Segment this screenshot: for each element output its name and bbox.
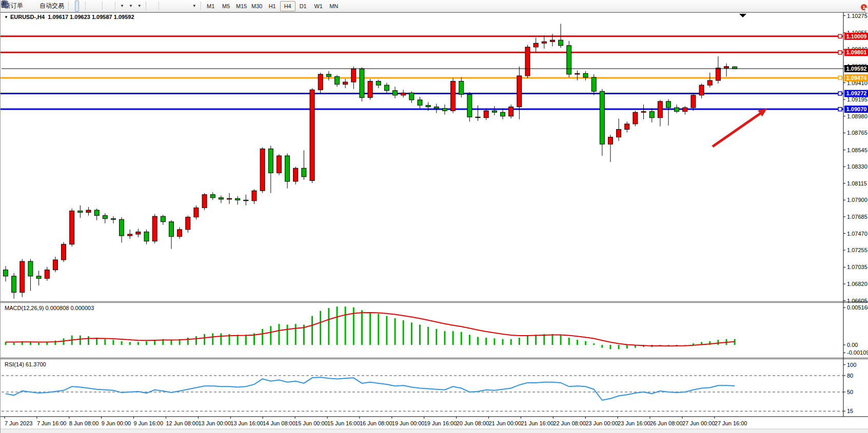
svg-text:100: 100 — [847, 362, 856, 368]
trendline-tool-button[interactable] — [169, 1, 173, 12]
rsi-name: RSI(14) — [5, 361, 24, 367]
svg-text:19 Jun 00:00: 19 Jun 00:00 — [392, 420, 425, 426]
svg-text:21 Jun 00:00: 21 Jun 00:00 — [489, 420, 522, 426]
bar-chart-mode-button[interactable] — [71, 1, 75, 12]
fibonacci-tool-button[interactable]: F — [177, 1, 182, 12]
chevron-down-icon: ▼ — [120, 4, 124, 8]
vertical-line-tool-button[interactable] — [161, 1, 165, 12]
rsi-indicator-label: RSI(14) 61.3700 — [5, 361, 46, 367]
terminal-window: 新订单 自动交易 — [0, 0, 868, 433]
svg-text:26 Jun 08:00: 26 Jun 08:00 — [650, 420, 683, 426]
signal-button[interactable] — [33, 1, 37, 12]
timeframe-button-W1[interactable]: W1 — [311, 1, 326, 11]
svg-text:15: 15 — [847, 408, 853, 414]
macd-signal-value: 0.000003 — [70, 305, 94, 311]
crosshair-tool-button[interactable] — [152, 1, 156, 12]
toolbar-separator — [146, 2, 146, 10]
svg-text:16 Jun 08:00: 16 Jun 08:00 — [360, 420, 392, 426]
svg-text:1.09070: 1.09070 — [846, 106, 867, 112]
chevron-down-icon: ▼ — [129, 4, 133, 8]
chart-window-button[interactable] — [29, 1, 33, 12]
svg-text:1.07255: 1.07255 — [847, 247, 867, 253]
timeframe-button-M5[interactable]: M5 — [219, 1, 234, 11]
ohlc-low: 1.09587 — [92, 14, 112, 20]
text-label-tool-button[interactable]: T — [186, 1, 190, 12]
timeframe-button-M1[interactable]: M1 — [203, 1, 219, 11]
svg-text:1.08980: 1.08980 — [847, 113, 867, 119]
horizontal-line-tool-button[interactable] — [165, 1, 169, 12]
timeframe-group: M1M5M15M30H1H4D1W1MN — [203, 1, 342, 11]
svg-text:0.00: 0.00 — [847, 342, 858, 348]
svg-text:13 Jun 16:00: 13 Jun 16:00 — [230, 420, 263, 426]
candlestick-mode-button[interactable] — [75, 1, 79, 12]
zoom-out-button[interactable] — [92, 1, 96, 12]
svg-text:15 Jun 16:00: 15 Jun 16:00 — [327, 420, 360, 426]
timeframe-button-D1[interactable]: D1 — [295, 1, 311, 11]
toolbar-separator — [159, 2, 159, 10]
svg-text:1.08330: 1.08330 — [847, 163, 867, 170]
dropdown-triangle-icon: ▼ — [4, 15, 8, 19]
arrows-tool-button[interactable]: ▼ — [190, 1, 199, 12]
timeframe-button-MN[interactable]: MN — [326, 1, 342, 11]
svg-text:27 Jun 00:00: 27 Jun 00:00 — [682, 420, 715, 426]
svg-text:1.09592: 1.09592 — [846, 66, 867, 72]
chart-title: ▼EURUSD-,H4 1.09617 1.09623 1.09587 1.09… — [4, 14, 134, 20]
text-tool-button[interactable]: A — [182, 1, 186, 12]
search-icon[interactable] — [1, 0, 9, 9]
tile-windows-button[interactable] — [96, 1, 100, 12]
chart-canvas[interactable]: 1.102751.100551.098401.096251.094101.091… — [1, 0, 868, 433]
svg-text:9 Jun 16:00: 9 Jun 16:00 — [134, 420, 164, 426]
chevron-down-icon: ▼ — [192, 4, 196, 8]
indicators-button[interactable]: ▼ — [117, 1, 126, 12]
channel-tool-button[interactable]: E — [173, 1, 177, 12]
cursor-tool-button[interactable] — [148, 1, 152, 12]
macd-main-value: 0.000808 — [45, 305, 69, 311]
toolbar-separator — [115, 2, 115, 10]
svg-text:19 Jun 16:00: 19 Jun 16:00 — [424, 420, 457, 426]
svg-text:1.07900: 1.07900 — [847, 197, 867, 203]
gold-bar-button[interactable] — [25, 1, 29, 12]
svg-text:23 Jun 00:00: 23 Jun 00:00 — [585, 420, 618, 426]
ohlc-close: 1.09592 — [114, 14, 134, 20]
svg-text:15 Jun 00:00: 15 Jun 00:00 — [295, 420, 328, 426]
svg-text:1.06605: 1.06605 — [847, 298, 867, 304]
svg-text:1.07035: 1.07035 — [847, 264, 867, 270]
svg-text:-0.001095: -0.001095 — [847, 349, 868, 356]
toolbar-separator — [201, 2, 201, 10]
chevron-down-icon: ▼ — [137, 4, 142, 8]
toolbar-separator — [68, 2, 69, 10]
macd-name: MACD(12,26,9) — [5, 305, 44, 311]
svg-text:7 Jun 16:00: 7 Jun 16:00 — [37, 420, 66, 426]
svg-text:1.08545: 1.08545 — [847, 147, 867, 153]
auto-scroll-button[interactable] — [105, 1, 109, 12]
timeframe-button-H1[interactable]: H1 — [265, 1, 280, 11]
svg-text:1.08115: 1.08115 — [847, 180, 867, 187]
toolbar-separator — [85, 2, 86, 10]
chat-bubble-icon — [864, 6, 868, 15]
periods-button[interactable]: ▼ — [126, 1, 135, 12]
svg-text:1.07685: 1.07685 — [847, 214, 867, 220]
svg-text:50: 50 — [847, 389, 853, 395]
current-price-badge: 1.09592 — [844, 65, 868, 72]
svg-text:20 Jun 08:00: 20 Jun 08:00 — [457, 420, 489, 426]
svg-text:1.08765: 1.08765 — [847, 130, 867, 136]
templates-button[interactable]: ▼ — [135, 1, 144, 12]
svg-text:1.06820: 1.06820 — [847, 281, 867, 287]
svg-text:23 Jun 16:00: 23 Jun 16:00 — [618, 420, 650, 426]
svg-text:22 Jun 08:00: 22 Jun 08:00 — [553, 420, 586, 426]
svg-text:1.09801: 1.09801 — [846, 49, 867, 55]
symbol-period: EURUSD-,H4 — [10, 14, 45, 20]
svg-text:13 Jun 00:00: 13 Jun 00:00 — [198, 420, 231, 426]
timeframe-button-M30[interactable]: M30 — [249, 1, 265, 11]
svg-text:1.09195: 1.09195 — [847, 96, 867, 102]
timeframe-button-H4[interactable]: H4 — [280, 1, 295, 11]
timeframe-button-M15[interactable]: M15 — [234, 1, 249, 11]
auto-trading-button[interactable]: 自动交易 — [37, 1, 66, 12]
line-chart-mode-button[interactable] — [79, 1, 83, 12]
zoom-in-button[interactable] — [88, 1, 92, 12]
chart-shift-button[interactable] — [109, 1, 113, 12]
svg-text:7 Jun 2023: 7 Jun 2023 — [5, 420, 32, 426]
svg-text:0.005166: 0.005166 — [847, 304, 868, 311]
svg-text:1.09474: 1.09474 — [846, 75, 867, 81]
svg-text:9 Jun 00:00: 9 Jun 00:00 — [102, 420, 131, 426]
